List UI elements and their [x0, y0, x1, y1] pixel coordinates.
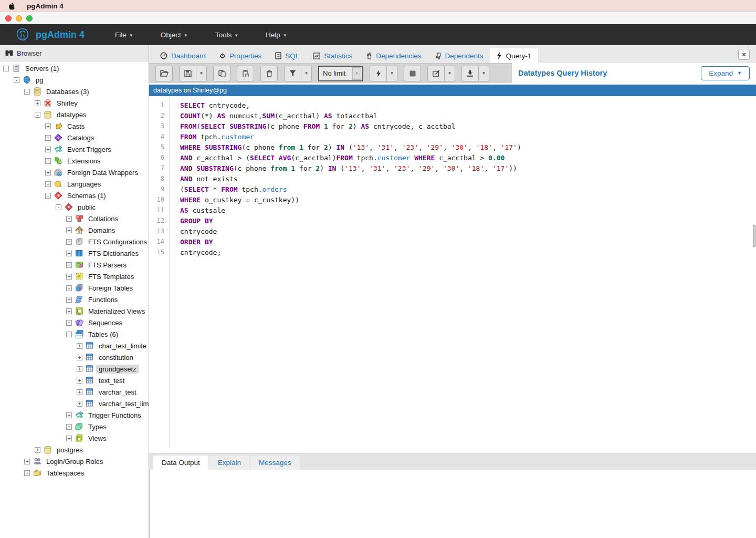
expand-icon[interactable]: +	[24, 470, 30, 476]
tree-item-fts-configurations[interactable]: +FTS Configurations	[0, 236, 149, 247]
tree-item-char-test-limite[interactable]: +char_test_limite	[0, 340, 149, 351]
panel-splitter[interactable]	[149, 448, 756, 453]
tab-messages[interactable]: Messages	[250, 456, 300, 470]
tree-item-varchar-test[interactable]: +varchar_test	[0, 386, 149, 398]
expand-icon[interactable]: +	[35, 447, 40, 453]
tree-item-label[interactable]: Functions	[86, 295, 120, 304]
sql-line[interactable]: cntrycode	[180, 227, 756, 238]
menu-help[interactable]: Help▼	[266, 31, 287, 39]
filter-button[interactable]	[284, 66, 301, 81]
tree-item-label[interactable]: Catalogs	[65, 133, 97, 142]
sql-line[interactable]: COUNT(*) AS numcust,SUM(c_acctbal) AS to…	[180, 112, 756, 122]
close-panel-button[interactable]: ×	[738, 49, 750, 60]
expand-icon[interactable]: +	[45, 158, 51, 164]
tree-item-label[interactable]: Login/Group Roles	[44, 457, 106, 466]
tree-item-event-triggers[interactable]: +Event Triggers	[0, 143, 149, 155]
macos-app-name[interactable]: pgAdmin 4	[27, 2, 64, 10]
apple-icon[interactable]	[7, 2, 15, 11]
tree-item-catalogs[interactable]: +Catalogs	[0, 132, 149, 143]
tab-query-1[interactable]: Query-1	[490, 48, 538, 63]
tree-item-label[interactable]: Views	[86, 434, 109, 443]
expand-icon[interactable]: +	[66, 436, 72, 441]
collapse-icon[interactable]: -	[56, 204, 61, 210]
menu-tools[interactable]: Tools▼	[215, 31, 238, 39]
tree-item-schemas-1[interactable]: -Schemas (1)	[0, 190, 149, 201]
tree-item-casts[interactable]: +Casts	[0, 120, 149, 132]
tree-item-foreign-data-wrappers[interactable]: +Foreign Data Wrappers	[0, 167, 149, 178]
tree-item-constitution[interactable]: +constitution	[0, 351, 149, 363]
tree-item-label[interactable]: varchar_test	[96, 388, 139, 397]
tree-item-collations[interactable]: +Collations	[0, 213, 149, 224]
close-window-button[interactable]	[5, 15, 12, 22]
edit-menu-button[interactable]: ▼	[444, 66, 455, 81]
zoom-window-button[interactable]	[26, 15, 33, 22]
data-output-panel[interactable]	[149, 470, 756, 538]
copy-button[interactable]	[213, 66, 230, 81]
tab-dependents[interactable]: Dependents	[428, 48, 490, 63]
sql-line[interactable]: AND not exists	[180, 175, 756, 185]
sql-editor[interactable]: 123456789101112131415 SELECT cntrycode,C…	[149, 96, 756, 448]
expand-icon[interactable]: +	[45, 181, 51, 187]
tab-dependencies[interactable]: Dependencies	[359, 48, 428, 63]
tree-item-label[interactable]: Trigger Functions	[86, 411, 144, 420]
tree-item-functions[interactable]: +Functions	[0, 294, 149, 305]
sql-line[interactable]: AND c_acctbal > (SELECT AVG(c_acctbal)FR…	[180, 154, 756, 164]
sql-line[interactable]: WHERE o_custkey = c_custkey))	[180, 196, 756, 206]
sql-line[interactable]: AND SUBSTRING(c_phone from 1 for 2) IN (…	[180, 164, 756, 175]
tree-item-views[interactable]: +Views	[0, 432, 149, 444]
tree-item-postgres[interactable]: +postgres	[0, 444, 149, 456]
tree-item-grundgesetz[interactable]: +grundgesetz	[0, 363, 149, 375]
expand-icon[interactable]: +	[77, 366, 82, 372]
expand-icon[interactable]: +	[66, 216, 72, 222]
tree-item-pg[interactable]: -pg	[0, 74, 149, 86]
tree-item-login-group-roles[interactable]: +Login/Group Roles	[0, 456, 149, 467]
tab-explain[interactable]: Explain	[209, 456, 249, 470]
sql-line[interactable]: WHERE SUBSTRING(c_phone from 1 for 2) IN…	[180, 143, 756, 154]
filter-menu-button[interactable]: ▼	[301, 66, 312, 81]
tree-item-label[interactable]: postgres	[54, 446, 86, 454]
collapse-icon[interactable]: -	[35, 112, 40, 118]
tree-item-label[interactable]: datatypes	[54, 110, 89, 119]
expand-icon[interactable]: +	[66, 251, 72, 256]
tree-item-label[interactable]: Tables (6)	[86, 330, 121, 339]
tree-item-databases-3[interactable]: -Databases (3)	[0, 86, 149, 97]
tree-item-trigger-functions[interactable]: +Trigger Functions	[0, 409, 149, 421]
tree-item-label[interactable]: FTS Templates	[86, 272, 136, 281]
sql-line[interactable]: GROUP BY	[180, 217, 756, 227]
expand-icon[interactable]: +	[24, 459, 30, 464]
tree-item-label[interactable]: FTS Configurations	[86, 237, 149, 246]
expand-icon[interactable]: +	[66, 274, 72, 280]
expand-icon[interactable]: +	[35, 100, 40, 106]
minimize-window-button[interactable]	[16, 15, 22, 22]
expand-icon[interactable]: +	[45, 170, 51, 175]
tree-item-fts-parsers[interactable]: +FTS Parsers	[0, 259, 149, 271]
collapse-icon[interactable]: -	[14, 77, 19, 83]
tree-item-label[interactable]: FTS Dictionaries	[86, 249, 141, 258]
tab-dashboard[interactable]: Dashboard	[153, 48, 213, 63]
stop-button[interactable]	[404, 66, 421, 81]
tree-item-label[interactable]: Tablespaces	[44, 469, 87, 478]
tree-item-domains[interactable]: +Domains	[0, 224, 149, 236]
tree-item-materialized-views[interactable]: +MMaterialized Views	[0, 305, 149, 317]
edit-button[interactable]	[427, 66, 445, 81]
expand-icon[interactable]: +	[77, 378, 82, 384]
browser-panel-header[interactable]: Browser	[0, 45, 149, 61]
tree-item-types[interactable]: +Types	[0, 421, 149, 432]
paste-button[interactable]	[237, 66, 254, 81]
expand-icon[interactable]: +	[66, 297, 72, 303]
tree-item-extensions[interactable]: +Extensions	[0, 155, 149, 167]
tree-item-label[interactable]: Sequences	[86, 318, 125, 327]
expand-icon[interactable]: +	[77, 389, 82, 395]
sql-line[interactable]: FROM tpch.customer	[180, 133, 756, 143]
tree-item-label[interactable]: constitution	[96, 353, 136, 362]
tab-sql[interactable]: SQL	[268, 48, 306, 63]
tree-item-sequences[interactable]: +Sequences	[0, 317, 149, 328]
tree-item-label[interactable]: Databases (3)	[44, 87, 92, 96]
expand-icon[interactable]: +	[77, 401, 82, 407]
tree-item-foreign-tables[interactable]: +Foreign Tables	[0, 282, 149, 294]
collapse-icon[interactable]: -	[24, 89, 30, 95]
tree-item-label[interactable]: Shirley	[54, 99, 80, 108]
tree-item-label[interactable]: Schemas (1)	[65, 191, 109, 200]
tree-item-label[interactable]: Servers (1)	[23, 64, 61, 73]
tree-item-servers-1[interactable]: -Servers (1)	[0, 63, 149, 74]
